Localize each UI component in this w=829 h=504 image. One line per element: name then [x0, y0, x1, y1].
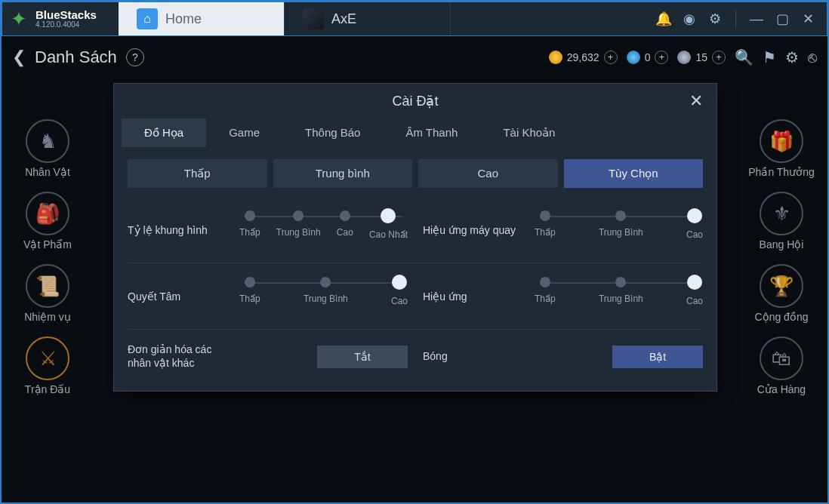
gear-icon[interactable]: ⚙ — [707, 11, 723, 27]
sidebar-label: Cửa Hàng — [747, 383, 815, 395]
setting-camera-fx: Hiệu ứng máy quay Thấp Trung Bình Cao — [423, 211, 703, 250]
sidebar-item-battle[interactable]: ⚔ Trận Đấu — [14, 337, 82, 395]
tab-home-label: Home — [165, 11, 202, 27]
sidebar-item-quest[interactable]: 📜 Nhiệm vụ — [14, 264, 82, 323]
setting-label: Đơn giản hóa các nhân vật khác — [128, 343, 233, 370]
search-icon[interactable]: 🔍 — [735, 48, 753, 66]
sidebar-label: Phần Thưởng — [747, 166, 815, 178]
sidebar-item-shop[interactable]: 🛍 Cửa Hàng — [747, 337, 815, 395]
setting-simplify-characters: Đơn giản hóa các nhân vật khác Tắt — [128, 343, 408, 370]
settings-row: Quyết Tâm Thấp Trung Bình Cao Hiệu ứng T… — [128, 263, 703, 329]
minimize-icon[interactable]: — — [748, 11, 765, 27]
axe-app-icon — [303, 8, 324, 29]
modal-title: Cài Đặt — [392, 94, 438, 109]
tab-game[interactable]: Game — [206, 118, 282, 147]
camera-fx-slider[interactable]: Thấp Trung Bình Cao — [535, 211, 703, 250]
sidebar-item-inventory[interactable]: 🎒 Vật Phẩm — [14, 192, 82, 250]
flag-icon[interactable]: ⚑ — [763, 48, 776, 66]
settings-gear-icon[interactable]: ⚙ — [785, 48, 799, 66]
help-icon[interactable]: ? — [126, 48, 144, 66]
simplify-toggle[interactable]: Tắt — [317, 346, 408, 368]
tab-home[interactable]: ⌂ Home — [119, 2, 285, 35]
close-window-icon[interactable]: ✕ — [800, 11, 816, 27]
preset-custom[interactable]: Tùy Chọn — [564, 159, 704, 188]
tab-axe[interactable]: AxE — [285, 2, 451, 35]
settings-row: Đơn giản hóa các nhân vật khác Tắt Bóng … — [128, 329, 703, 382]
setting-frame-rate: Tỷ lệ khung hình Thấp Trung Bình Cao Cao… — [128, 211, 408, 250]
gold-amount: 29,632 — [567, 51, 599, 63]
bluestacks-name: BlueStacks — [35, 9, 103, 20]
back-label[interactable]: Danh Sách — [35, 48, 117, 67]
titlebar-actions: 🔔 ◉ ⚙ — ▢ ✕ — [645, 10, 827, 28]
effects-slider[interactable]: Thấp Trung Bình Cao — [535, 277, 703, 317]
currency-diamond[interactable]: 15 + — [677, 51, 726, 64]
setting-effects: Hiệu ứng Thấp Trung Bình Cao — [423, 277, 703, 317]
determination-slider[interactable]: Thấp Trung Bình Cao — [239, 277, 408, 317]
backpack-icon: 🎒 — [26, 192, 69, 235]
setting-label: Quyết Tâm — [128, 290, 233, 304]
sidebar-label: Cộng đồng — [747, 311, 815, 323]
tab-graphics[interactable]: Đồ Họa — [122, 118, 206, 147]
frame-rate-slider[interactable]: Thấp Trung Bình Cao Cao Nhất — [239, 211, 408, 250]
account-icon[interactable]: ◉ — [681, 11, 698, 27]
tab-axe-label: AxE — [331, 11, 356, 27]
reward-icon: 🎁 — [760, 119, 803, 163]
setting-determination: Quyết Tâm Thấp Trung Bình Cao — [128, 277, 408, 317]
gem-amount: 0 — [645, 51, 651, 63]
tab-notification[interactable]: Thông Báo — [282, 118, 383, 147]
back-chevron-icon[interactable]: ❮ — [12, 48, 26, 67]
sidebar-item-reward[interactable]: 🎁 Phần Thưởng — [747, 119, 815, 178]
gold-coin-icon — [549, 51, 562, 64]
graphics-presets: Thấp Trung bình Cao Tùy Chọn — [114, 147, 717, 194]
sidebar-item-character[interactable]: ♞ Nhân Vật — [14, 119, 82, 178]
scroll-icon: 📜 — [26, 264, 69, 308]
sidebar-label: Vật Phẩm — [14, 238, 82, 250]
game-topbar: ❮ Danh Sách ? 29,632 + 0 + 15 + 🔍 ⚑ ⚙ ⎋ — [2, 36, 827, 78]
shadow-toggle[interactable]: Bật — [612, 346, 703, 368]
modal-header: Cài Đặt ✕ — [114, 84, 717, 118]
add-gold-icon[interactable]: + — [604, 51, 618, 64]
sidebar-label: Bang Hội — [747, 238, 815, 250]
bluestacks-version: 4.120.0.4004 — [35, 20, 103, 29]
app-titlebar: ✦ BlueStacks 4.120.0.4004 ⌂ Home AxE 🔔 ◉… — [2, 2, 827, 36]
tab-account[interactable]: Tài Khoản — [480, 118, 578, 147]
settings-row: Tỷ lệ khung hình Thấp Trung Bình Cao Cao… — [128, 197, 703, 263]
titlebar-divider — [735, 10, 736, 28]
guild-icon: ⚜ — [760, 192, 803, 235]
preset-high[interactable]: Cao — [418, 159, 558, 188]
preset-medium[interactable]: Trung bình — [273, 159, 413, 188]
currency-gold[interactable]: 29,632 + — [549, 51, 618, 64]
sidebar-left: ♞ Nhân Vật 🎒 Vật Phẩm 📜 Nhiệm vụ ⚔ Trận … — [14, 119, 82, 395]
sidebar-label: Trận Đấu — [14, 383, 82, 395]
setting-label: Hiệu ứng máy quay — [423, 224, 529, 238]
bluestacks-logo-icon: ✦ — [2, 8, 35, 31]
tab-sound[interactable]: Âm Thanh — [383, 118, 480, 147]
setting-label: Hiệu ứng — [423, 290, 529, 304]
currency-gem[interactable]: 0 + — [627, 51, 669, 64]
exit-icon[interactable]: ⎋ — [808, 49, 817, 66]
settings-modal: Cài Đặt ✕ Đồ Họa Game Thông Báo Âm Thanh… — [113, 83, 717, 392]
setting-label: Tỷ lệ khung hình — [128, 224, 233, 238]
diamond-icon — [677, 51, 691, 64]
settings-rows: Tỷ lệ khung hình Thấp Trung Bình Cao Cao… — [114, 194, 717, 385]
add-gem-icon[interactable]: + — [655, 51, 668, 64]
sidebar-label: Nhân Vật — [14, 166, 82, 178]
game-surface: ❮ Danh Sách ? 29,632 + 0 + 15 + 🔍 ⚑ ⚙ ⎋ … — [2, 36, 827, 502]
swords-icon: ⚔ — [26, 337, 69, 380]
sidebar-label: Nhiệm vụ — [14, 311, 82, 323]
maximize-icon[interactable]: ▢ — [774, 11, 790, 27]
sidebar-item-guild[interactable]: ⚜ Bang Hội — [747, 192, 815, 250]
add-diamond-icon[interactable]: + — [712, 51, 726, 64]
window-tabs: ⌂ Home AxE — [119, 2, 645, 35]
preset-low[interactable]: Thấp — [128, 159, 267, 188]
shop-icon: 🛍 — [760, 337, 803, 380]
bluestacks-title: BlueStacks 4.120.0.4004 — [35, 9, 119, 29]
setting-label: Bóng — [423, 350, 529, 364]
home-icon: ⌂ — [137, 8, 158, 29]
bell-icon[interactable]: 🔔 — [655, 11, 672, 27]
sidebar-item-community[interactable]: 🏆 Cộng đồng — [747, 264, 815, 323]
close-modal-icon[interactable]: ✕ — [689, 91, 703, 111]
helmet-icon: ♞ — [26, 119, 69, 163]
setting-shadow: Bóng Bật — [423, 343, 703, 370]
podium-icon: 🏆 — [760, 264, 803, 308]
